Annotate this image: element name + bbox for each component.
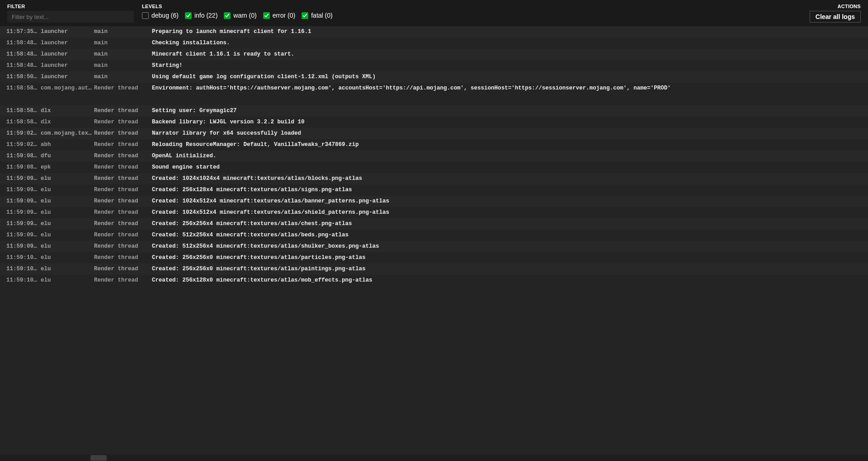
log-message: Environment: authHost='https://authserve… bbox=[151, 83, 868, 94]
log-row[interactable]: 11:59:08.804dfuRender threadOpenAL initi… bbox=[0, 151, 868, 162]
levels-section-label: LEVELS bbox=[142, 4, 333, 9]
log-message: Created: 256x128x0 minecraft:textures/at… bbox=[151, 275, 868, 286]
actions-section-label: ACTIONS bbox=[837, 4, 861, 9]
log-time: 11:58:58.550 bbox=[0, 117, 39, 128]
level-label: info (22) bbox=[194, 12, 217, 19]
log-thread: main bbox=[93, 71, 151, 83]
log-message: Preparing to launch minecraft client for… bbox=[151, 26, 868, 38]
log-time: 11:58:48.662 bbox=[0, 38, 39, 49]
log-row[interactable]: 11:58:58.061com.mojang.authlib.y…Render … bbox=[0, 83, 868, 94]
log-message: Created: 256x256x0 minecraft:textures/at… bbox=[151, 252, 868, 263]
log-message: Reloading ResourceManager: Default, Vani… bbox=[151, 139, 868, 151]
checkbox-icon[interactable] bbox=[263, 12, 270, 19]
log-logger: elu bbox=[39, 218, 93, 230]
log-logger: dlx bbox=[39, 105, 93, 117]
log-row[interactable]: 11:59:02.649abhRender threadReloading Re… bbox=[0, 139, 868, 151]
log-row[interactable]: 11:58:48.662launchermainChecking install… bbox=[0, 38, 868, 49]
checkbox-icon[interactable] bbox=[302, 12, 308, 19]
log-message: Created: 1024x512x4 minecraft:textures/a… bbox=[151, 196, 868, 207]
log-thread: Render thread bbox=[93, 105, 151, 117]
log-message: Created: 1024x1024x4 minecraft:textures/… bbox=[151, 173, 868, 184]
log-logger: abh bbox=[39, 139, 93, 151]
log-row[interactable]: 11:58:50.585launchermainUsing default ga… bbox=[0, 71, 868, 83]
log-message: Using default game log configuration cli… bbox=[151, 71, 868, 83]
log-thread: Render thread bbox=[93, 275, 151, 286]
log-time: 11:58:58.061 bbox=[0, 83, 39, 94]
log-time: 11:59:08.804 bbox=[0, 151, 39, 162]
log-thread: main bbox=[93, 49, 151, 60]
level-toggle-info[interactable]: info (22) bbox=[185, 12, 217, 19]
checkbox-icon[interactable] bbox=[224, 12, 231, 19]
log-message: Created: 1024x512x4 minecraft:textures/a… bbox=[151, 207, 868, 218]
log-row[interactable]: 11:59:10.450eluRender threadCreated: 256… bbox=[0, 263, 868, 275]
log-time: 11:59:10.450 bbox=[0, 263, 39, 275]
levels-row: debug (6)info (22)warn (0)error (0)fatal… bbox=[142, 12, 333, 19]
log-thread: Render thread bbox=[93, 184, 151, 196]
log-message: Starting! bbox=[151, 60, 868, 71]
log-row[interactable]: 11:59:10.448eluRender threadCreated: 256… bbox=[0, 252, 868, 263]
log-time: 11:59:02.649 bbox=[0, 139, 39, 151]
log-message: Minecraft client 1.16.1 is ready to star… bbox=[151, 49, 868, 60]
log-row[interactable]: 11:58:58.550dlxRender threadBackend libr… bbox=[0, 117, 868, 128]
log-logger: elu bbox=[39, 196, 93, 207]
log-time: 11:59:08.826 bbox=[0, 162, 39, 173]
checkbox-icon[interactable] bbox=[142, 12, 149, 19]
log-time: 11:58:48.664 bbox=[0, 60, 39, 71]
log-row[interactable]: 11:59:09.334eluRender threadCreated: 512… bbox=[0, 230, 868, 241]
log-time: 11:58:58.105 bbox=[0, 105, 39, 117]
log-row[interactable]: 11:59:09.335eluRender threadCreated: 512… bbox=[0, 241, 868, 252]
log-thread: Render thread bbox=[93, 151, 151, 162]
log-row[interactable]: 11:59:08.826epkRender threadSound engine… bbox=[0, 162, 868, 173]
checkbox-icon[interactable] bbox=[185, 12, 192, 19]
log-logger: elu bbox=[39, 241, 93, 252]
log-row[interactable]: 11:59:09.333eluRender threadCreated: 256… bbox=[0, 218, 868, 230]
log-thread: main bbox=[93, 60, 151, 71]
log-logger: launcher bbox=[39, 71, 93, 83]
log-thread: main bbox=[93, 26, 151, 38]
clear-logs-button[interactable]: Clear all logs bbox=[810, 11, 861, 23]
log-row[interactable]: 11:58:58.105dlxRender threadSetting user… bbox=[0, 105, 868, 117]
level-toggle-fatal[interactable]: fatal (0) bbox=[302, 12, 332, 19]
log-message: Created: 256x128x4 minecraft:textures/at… bbox=[151, 184, 868, 196]
log-time: 11:58:50.585 bbox=[0, 71, 39, 83]
log-time: 11:59:09.333 bbox=[0, 218, 39, 230]
log-time: 11:59:09.328 bbox=[0, 184, 39, 196]
log-thread: Render thread bbox=[93, 162, 151, 173]
log-logger: launcher bbox=[39, 60, 93, 71]
log-row[interactable]: 11:59:10.451eluRender threadCreated: 256… bbox=[0, 275, 868, 286]
log-message: Narrator library for x64 successfully lo… bbox=[151, 128, 868, 139]
log-message: Checking installations. bbox=[151, 38, 868, 49]
log-logger: dfu bbox=[39, 151, 93, 162]
log-spacer-row bbox=[0, 94, 868, 105]
log-thread: Render thread bbox=[93, 117, 151, 128]
log-message: Sound engine started bbox=[151, 162, 868, 173]
scrollbar-thumb[interactable] bbox=[90, 455, 107, 461]
log-row[interactable]: 11:58:48.663launchermainMinecraft client… bbox=[0, 49, 868, 60]
level-toggle-debug[interactable]: debug (6) bbox=[142, 12, 179, 19]
log-logger: dlx bbox=[39, 117, 93, 128]
log-thread: Render thread bbox=[93, 241, 151, 252]
log-time: 11:59:09.216 bbox=[0, 173, 39, 184]
log-logger: launcher bbox=[39, 26, 93, 38]
log-row[interactable]: 11:58:48.664launchermainStarting! bbox=[0, 60, 868, 71]
log-message: Setting user: Greymagic27 bbox=[151, 105, 868, 117]
header-bar: FILTER LEVELS debug (6)info (22)warn (0)… bbox=[0, 0, 868, 26]
log-thread: Render thread bbox=[93, 196, 151, 207]
log-time: 11:59:09.334 bbox=[0, 230, 39, 241]
level-label: warn (0) bbox=[233, 12, 256, 19]
log-row[interactable]: 11:59:09.328eluRender threadCreated: 256… bbox=[0, 184, 868, 196]
level-toggle-error[interactable]: error (0) bbox=[263, 12, 296, 19]
log-message: Created: 256x256x4 minecraft:textures/at… bbox=[151, 218, 868, 230]
horizontal-scrollbar[interactable] bbox=[0, 455, 868, 461]
log-thread: Render thread bbox=[93, 207, 151, 218]
log-message: Created: 512x256x4 minecraft:textures/at… bbox=[151, 230, 868, 241]
log-row[interactable]: 11:59:09.216eluRender threadCreated: 102… bbox=[0, 173, 868, 184]
log-row[interactable]: 11:59:02.454com.mojang.text2spee…Render … bbox=[0, 128, 868, 139]
filter-input[interactable] bbox=[7, 11, 134, 23]
level-toggle-warn[interactable]: warn (0) bbox=[224, 12, 256, 19]
log-logger: elu bbox=[39, 184, 93, 196]
log-time: 11:58:48.663 bbox=[0, 49, 39, 60]
log-row[interactable]: 11:59:09.329eluRender threadCreated: 102… bbox=[0, 196, 868, 207]
log-row[interactable]: 11:59:09.330eluRender threadCreated: 102… bbox=[0, 207, 868, 218]
log-row[interactable]: 11:57:35.619launchermainPreparing to lau… bbox=[0, 26, 868, 38]
